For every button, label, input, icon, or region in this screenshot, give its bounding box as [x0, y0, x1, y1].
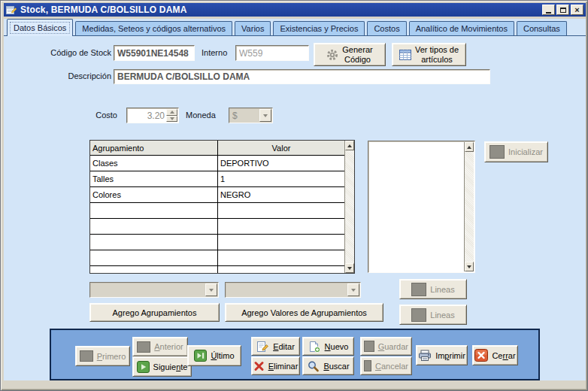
cerrar-button[interactable]: Cerrar [472, 345, 518, 365]
guardar-button[interactable]: Guardar [360, 337, 412, 356]
grid-scroll-up-button[interactable] [345, 141, 354, 150]
tab-datos-básicos[interactable]: Datos Básicos [7, 19, 73, 36]
imprimir-button[interactable]: Imprimir [416, 345, 468, 365]
agrego-agrupamientos-button[interactable]: Agrego Agrupamientos [89, 303, 220, 322]
minimize-button[interactable] [542, 5, 555, 15]
moneda-dropdown-button[interactable] [259, 109, 271, 122]
agrego-valores-button[interactable]: Agrego Valores de Agrupamientos [225, 303, 383, 322]
interno-input[interactable] [236, 46, 308, 60]
cell-valor [218, 266, 344, 273]
valores-listbox[interactable] [368, 141, 475, 273]
table-row[interactable] [90, 219, 344, 235]
title-bar[interactable]: Stock, BERMUDA C/BOLSILLO DAMA × [4, 3, 586, 17]
agrupamientos-dropdown[interactable] [89, 282, 219, 298]
maximize-button[interactable] [556, 5, 569, 15]
grid-scroll-down-button[interactable] [345, 263, 354, 273]
table-grid-icon [399, 50, 411, 60]
gear-icon [326, 49, 338, 61]
moneda-label: Moneda [186, 111, 216, 120]
primero-label: Primero [97, 352, 126, 361]
buscar-button[interactable]: Buscar [302, 356, 354, 375]
moneda-dropdown[interactable]: $ [229, 108, 273, 123]
lineas-top-label: Lineas [430, 285, 454, 294]
disabled-nav-icon [80, 350, 93, 362]
lineas-bottom-button[interactable]: Lineas [399, 305, 467, 325]
valores-dropdown-button[interactable] [347, 283, 359, 296]
arrow-down-icon [467, 265, 471, 268]
tab-costos[interactable]: Costos [367, 21, 406, 35]
table-row[interactable] [90, 266, 344, 273]
window-controls: × [542, 5, 583, 15]
cell-agrupamiento: Colores [90, 187, 218, 202]
codigo-stock-input[interactable] [114, 46, 194, 60]
grid-header-row: Agrupamiento Valor [90, 141, 344, 156]
nuevo-label: Nuevo [325, 342, 349, 351]
grid-body: ClasesDEPORTIVOTalles1ColoresNEGRO [90, 156, 344, 273]
tab-varios[interactable]: Varios [235, 21, 271, 35]
costo-value: 3.20 [129, 108, 165, 123]
maximize-icon [560, 8, 566, 13]
primero-button[interactable]: Primero [75, 346, 130, 366]
table-row[interactable]: Talles1 [90, 171, 344, 187]
tab-medidas-seteos-y-códigos-alternativos[interactable]: Medidas, Seteos y códigos alternativos [75, 21, 232, 35]
anterior-button[interactable]: Anterior [132, 337, 188, 356]
navigation-panel: Primero Anterior Siguiente Último [50, 329, 540, 380]
chevron-down-icon [263, 114, 268, 117]
lineas-top-button[interactable]: Lineas [399, 279, 467, 299]
cancelar-button[interactable]: Cancelar [360, 356, 412, 375]
generar-codigo-button[interactable]: GenerarCódigo [314, 43, 386, 66]
costo-spin-down-button[interactable] [166, 116, 177, 123]
close-x-icon [474, 349, 488, 362]
tab-consultas[interactable]: Consultas [517, 21, 567, 35]
costo-spin-up-button[interactable] [166, 109, 177, 116]
ver-tipos-articulos-button[interactable]: Ver tipos deartículos [392, 43, 466, 66]
arrow-up-icon [467, 146, 471, 149]
ultimo-button[interactable]: Último [187, 345, 241, 366]
listbox-scroll-down-button[interactable] [465, 262, 474, 271]
cell-agrupamiento [90, 235, 218, 250]
red-x-icon [253, 361, 265, 371]
inicializar-label: Inicializar [508, 147, 543, 156]
cell-agrupamiento: Talles [90, 171, 218, 186]
table-row[interactable] [90, 235, 344, 250]
editar-button[interactable]: Editar [251, 337, 300, 356]
imprimir-label: Imprimir [435, 351, 465, 360]
play-icon [137, 361, 150, 373]
eliminar-label: Eliminar [268, 362, 299, 371]
app-window: Stock, BERMUDA C/BOLSILLO DAMA × Datos B… [0, 0, 588, 391]
tab-analítico-de-movimientos[interactable]: Analítico de Movimientos [409, 21, 514, 35]
new-document-icon [308, 341, 321, 353]
inicializar-button[interactable]: Inicializar [484, 141, 548, 162]
table-row[interactable] [90, 250, 344, 266]
descripcion-input[interactable] [114, 70, 489, 83]
valores-dropdown[interactable] [225, 282, 361, 298]
tab-existencias-y-precios[interactable]: Existencias y Precios [273, 21, 365, 35]
listbox-scrollbar[interactable] [464, 142, 474, 271]
table-row[interactable]: ClasesDEPORTIVO [90, 156, 344, 171]
cell-agrupamiento: Clases [90, 156, 218, 171]
grid-scrollbar[interactable] [344, 141, 354, 273]
cell-agrupamiento [90, 250, 218, 265]
listbox-scroll-up-button[interactable] [465, 142, 474, 152]
cell-valor: 1 [218, 171, 344, 186]
interno-field-frame [235, 45, 309, 61]
cell-valor [218, 250, 344, 265]
lineas-bottom-label: Lineas [430, 311, 454, 320]
agrego-agrupamientos-label: Agrego Agrupamientos [113, 308, 197, 317]
costo-label: Costo [76, 111, 117, 120]
close-button[interactable]: × [571, 5, 583, 15]
arrow-up-icon [347, 144, 352, 147]
nuevo-button[interactable]: Nuevo [302, 337, 354, 356]
table-row[interactable]: ColoresNEGRO [90, 187, 344, 203]
disabled-cancel-icon [364, 360, 371, 371]
grid-header-valor: Valor [218, 141, 344, 155]
agrupamientos-dropdown-button[interactable] [205, 283, 217, 296]
ver-tipos-label-line2: artículos [421, 55, 453, 64]
table-row[interactable] [90, 203, 344, 219]
skip-to-end-icon [194, 350, 207, 362]
eliminar-button[interactable]: Eliminar [251, 356, 300, 375]
cell-agrupamiento [90, 219, 218, 234]
siguiente-button[interactable]: Siguiente [132, 356, 192, 377]
arrow-down-icon [347, 267, 352, 270]
cell-valor [218, 219, 344, 234]
